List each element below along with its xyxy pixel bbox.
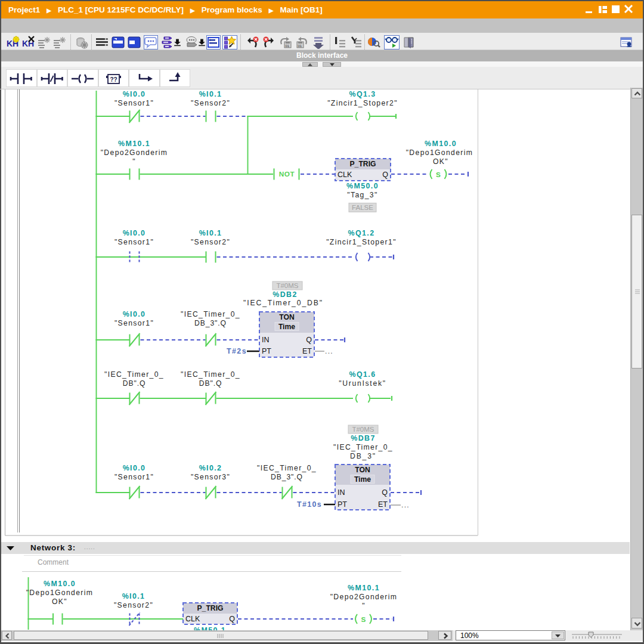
svg-text:"Sensor3": "Sensor3" — [191, 473, 230, 481]
svg-text:": " — [362, 602, 366, 610]
svg-text:%Q1.2: %Q1.2 — [348, 229, 375, 237]
svg-text:PT: PT — [338, 500, 347, 509]
svg-text:Time: Time — [278, 323, 295, 331]
svg-text:S: S — [361, 615, 366, 624]
svg-text:OK": OK" — [433, 157, 448, 166]
svg-text:"Sensor1": "Sensor1" — [114, 319, 154, 327]
svg-text:FALSE: FALSE — [352, 204, 373, 211]
svg-text:T#0MS: T#0MS — [276, 282, 298, 289]
svg-text:"Depo2Gonderim: "Depo2Gonderim — [101, 148, 168, 157]
svg-text:DB_3".Q: DB_3".Q — [194, 319, 227, 327]
svg-text:PT: PT — [262, 347, 271, 355]
svg-text:"Tag_3": "Tag_3" — [347, 191, 377, 199]
svg-text:Q: Q — [306, 336, 312, 344]
svg-text:%I0.1: %I0.1 — [199, 229, 222, 237]
svg-text:%I0.1: %I0.1 — [122, 592, 145, 600]
svg-text:%M10.0: %M10.0 — [425, 140, 457, 148]
svg-text:ET: ET — [378, 500, 388, 509]
svg-text:S: S — [436, 171, 441, 179]
svg-text:"IEC_Timer_0_: "IEC_Timer_0_ — [333, 443, 393, 451]
svg-text:DB".Q: DB".Q — [199, 379, 222, 388]
svg-text:%I0.2: %I0.2 — [199, 464, 222, 472]
svg-text:TON: TON — [279, 313, 295, 321]
svg-text:T#10s: T#10s — [297, 500, 322, 509]
svg-text:%Q1.3: %Q1.3 — [349, 90, 376, 98]
svg-text:": " — [132, 157, 136, 166]
svg-text:"Depo2Gonderim: "Depo2Gonderim — [330, 593, 398, 601]
svg-text:DB_3".Q: DB_3".Q — [271, 473, 303, 481]
svg-text:"Zincir1_Stoper1": "Zincir1_Stoper1" — [326, 238, 397, 246]
svg-text:Q: Q — [229, 615, 235, 623]
svg-text:%I0.0: %I0.0 — [123, 90, 146, 98]
svg-text:...: ... — [325, 347, 333, 355]
svg-text:"IEC_Timer_0_DB": "IEC_Timer_0_DB" — [243, 299, 323, 307]
svg-text:"Depo1Gonderim: "Depo1Gonderim — [406, 148, 473, 157]
svg-text:IN: IN — [262, 336, 270, 344]
svg-text:%DB2: %DB2 — [273, 290, 297, 299]
svg-text:TON: TON — [355, 466, 370, 474]
svg-text:NOT: NOT — [279, 170, 295, 178]
svg-text:%I0.0: %I0.0 — [123, 229, 146, 237]
svg-text:ET: ET — [302, 347, 312, 355]
svg-text:%I0.1: %I0.1 — [199, 90, 222, 98]
svg-text:CLK: CLK — [185, 615, 200, 623]
svg-text:T#0MS: T#0MS — [352, 426, 374, 433]
svg-text:Q: Q — [382, 171, 388, 179]
svg-text:"UrunIstek": "UrunIstek" — [339, 379, 386, 388]
svg-text:...: ... — [401, 501, 410, 509]
svg-text:%M50.0: %M50.0 — [346, 182, 379, 190]
svg-text:%I0.0: %I0.0 — [123, 464, 146, 472]
svg-text:OK": OK" — [52, 597, 67, 606]
svg-text:"IEC_Timer_0_: "IEC_Timer_0_ — [104, 370, 164, 379]
svg-text:%DB7: %DB7 — [351, 434, 375, 442]
svg-text:"Sensor1": "Sensor1" — [114, 473, 154, 481]
svg-text:"IEC_Timer_0_: "IEC_Timer_0_ — [181, 370, 240, 379]
svg-text:Time: Time — [354, 475, 371, 484]
svg-text:%M10.1: %M10.1 — [118, 140, 150, 148]
svg-text:"Sensor1": "Sensor1" — [114, 238, 154, 246]
svg-text:"Sensor2": "Sensor2" — [191, 238, 230, 246]
svg-text:%Q1.6: %Q1.6 — [349, 370, 376, 379]
svg-text:"Depo1Gonderim: "Depo1Gonderim — [26, 589, 94, 597]
svg-text:%I0.0: %I0.0 — [123, 310, 146, 318]
svg-text:P_TRIG: P_TRIG — [197, 604, 223, 612]
svg-text:"IEC_Timer_0_: "IEC_Timer_0_ — [181, 310, 240, 318]
svg-text:DB".Q: DB".Q — [123, 379, 146, 388]
svg-text:"Sensor2": "Sensor2" — [191, 99, 230, 107]
svg-text:%M10.1: %M10.1 — [348, 584, 380, 592]
svg-text:P_TRIG: P_TRIG — [349, 160, 376, 168]
svg-text:T#2s: T#2s — [227, 347, 247, 355]
svg-text:"Sensor1": "Sensor1" — [114, 99, 154, 107]
svg-text:"Zincir1_Stoper2": "Zincir1_Stoper2" — [327, 99, 398, 107]
svg-text:%M10.0: %M10.0 — [44, 580, 76, 588]
svg-text:IN: IN — [338, 488, 345, 497]
svg-text:Q: Q — [382, 488, 388, 497]
svg-text:DB_3": DB_3" — [350, 452, 376, 460]
svg-text:CLK: CLK — [338, 171, 352, 179]
svg-text:"IEC_Timer_0_: "IEC_Timer_0_ — [257, 464, 317, 472]
svg-text:"Sensor2": "Sensor2" — [114, 601, 153, 609]
